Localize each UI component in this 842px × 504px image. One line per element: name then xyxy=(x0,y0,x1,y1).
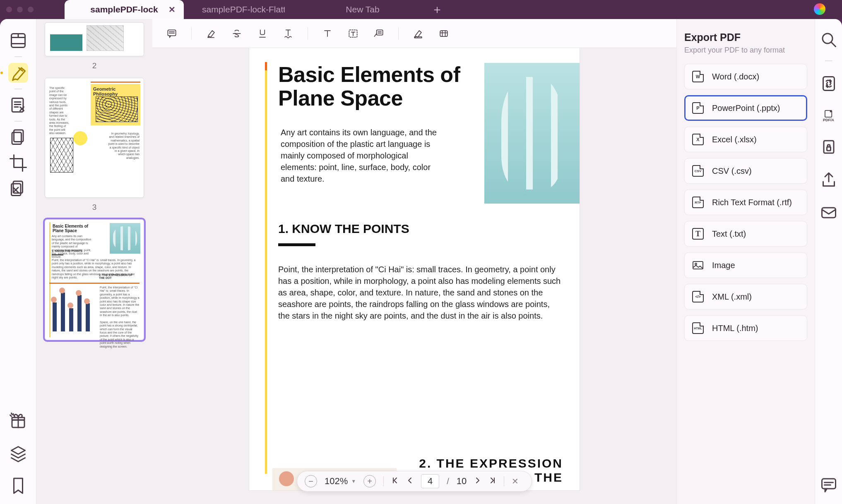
page-total: 10 xyxy=(457,476,467,487)
underline-icon[interactable] xyxy=(255,26,269,41)
svg-rect-11 xyxy=(440,31,447,36)
annotation-toolbar xyxy=(152,19,676,48)
text-tool-icon[interactable] xyxy=(320,26,334,41)
secure-icon[interactable] xyxy=(819,138,839,158)
next-page-icon[interactable] xyxy=(474,477,481,486)
page-number-input[interactable] xyxy=(421,474,439,488)
thumbnails-tool-icon[interactable] xyxy=(8,31,28,50)
export-format-html[interactable]: HTML HTML (.htm) xyxy=(684,315,807,341)
zoom-out-button[interactable]: − xyxy=(305,475,317,487)
squiggle-underline-icon[interactable] xyxy=(281,26,295,41)
export-format-image[interactable]: Image xyxy=(684,252,807,278)
pdfa-icon[interactable]: PDF/A xyxy=(819,106,839,126)
export-format-xml[interactable]: </> XML (.xml) xyxy=(684,284,807,310)
text-box-tool-icon[interactable] xyxy=(346,26,360,41)
window-controls[interactable] xyxy=(6,7,34,12)
note-tool-icon[interactable] xyxy=(165,26,179,41)
search-icon[interactable] xyxy=(819,30,839,50)
thumbnail-number: 2 xyxy=(45,61,144,70)
chevron-down-icon: ▼ xyxy=(351,478,356,484)
tab-active[interactable]: samplePDF-lock ✕ xyxy=(65,0,184,19)
svg-point-13 xyxy=(695,263,697,265)
format-label: Rich Text Format (.rtf) xyxy=(712,198,792,207)
tabs-bar: samplePDF-lock ✕ samplePDF-lock-Flatten … xyxy=(0,0,842,19)
thumbnail-number: 3 xyxy=(45,203,144,212)
window-close[interactable] xyxy=(6,7,12,12)
export-format-rtf[interactable]: RTF Rich Text Format (.rtf) xyxy=(684,190,807,215)
separator xyxy=(383,476,384,486)
edit-text-tool-icon[interactable] xyxy=(8,95,28,115)
right-toolbar: PDF/A xyxy=(815,19,842,504)
svg-rect-9 xyxy=(377,30,383,35)
tab[interactable]: samplePDF-lock-Flatten xyxy=(184,0,303,19)
close-nav-icon[interactable]: ✕ xyxy=(512,476,519,486)
link-tool-icon[interactable] xyxy=(437,26,451,41)
text-file-icon: T xyxy=(692,228,704,240)
export-format-csv[interactable]: CSV CSV (.csv) xyxy=(684,158,807,184)
xml-file-icon: </> xyxy=(692,291,704,302)
document-area: Basic Elements of Plane Space Any art co… xyxy=(152,19,676,504)
thumb-title-2: Plane Space xyxy=(53,228,77,233)
last-page-icon[interactable] xyxy=(489,477,496,486)
zoom-value: 102% xyxy=(325,476,348,487)
zoom-in-button[interactable]: + xyxy=(363,475,376,487)
tab-label: New Tab xyxy=(346,5,379,14)
tab-close-icon[interactable]: ✕ xyxy=(168,5,176,14)
export-format-word[interactable]: W Word (.docx) xyxy=(684,64,807,89)
prev-page-icon[interactable] xyxy=(406,477,414,486)
layers-icon[interactable] xyxy=(8,444,28,463)
thumbnail-page[interactable] xyxy=(45,22,144,56)
brand-logo-icon[interactable] xyxy=(814,3,825,15)
page-image xyxy=(484,63,580,204)
page-tool-icon[interactable] xyxy=(8,127,28,147)
thumbnail-page-selected[interactable]: Basic Elements ofPlane Space Any art con… xyxy=(45,219,144,340)
thumbnails-panel[interactable]: 2 Geometric Philosophy The specific poin… xyxy=(36,19,152,504)
tab-label: samplePDF-lock-Flatten xyxy=(202,5,285,14)
heading-rule xyxy=(278,243,315,246)
format-label: PowerPoint (.pptx) xyxy=(712,103,780,113)
pdfa-label: PDF/A xyxy=(823,118,834,122)
section-heading-1: 1. KNOW THE POINTS xyxy=(278,222,563,236)
window-minimize[interactable] xyxy=(17,7,23,12)
page-sep: / xyxy=(447,477,449,486)
separator xyxy=(398,27,399,40)
export-format-text[interactable]: T Text (.txt) xyxy=(684,221,807,247)
format-label: CSV (.csv) xyxy=(712,166,752,176)
title-line-1: Basic Elements of xyxy=(278,62,460,86)
powerpoint-file-icon: P xyxy=(692,102,704,114)
separator xyxy=(308,27,308,40)
bookmark-icon[interactable] xyxy=(8,476,28,496)
html-file-icon: HTML xyxy=(692,322,704,334)
first-page-icon[interactable] xyxy=(391,477,399,486)
thumbnail-page[interactable]: Geometric Philosophy The specific point … xyxy=(45,78,144,198)
separator xyxy=(504,476,504,486)
strikethrough-icon[interactable] xyxy=(230,26,244,41)
export-format-powerpoint[interactable]: P PowerPoint (.pptx) xyxy=(684,95,807,121)
crop-tool-icon[interactable] xyxy=(8,153,28,173)
highlighter-tool-icon[interactable] xyxy=(8,63,28,83)
window-zoom[interactable] xyxy=(28,7,34,12)
separator xyxy=(14,56,22,57)
gift-icon[interactable] xyxy=(8,411,28,431)
svg-rect-20 xyxy=(822,479,835,489)
mail-icon[interactable] xyxy=(819,203,839,223)
callout-tool-icon[interactable] xyxy=(372,26,386,41)
convert-icon[interactable] xyxy=(819,74,839,94)
separator xyxy=(14,89,22,89)
export-panel: Export PDF Export your PDF to any format… xyxy=(676,19,815,504)
share-icon[interactable] xyxy=(819,170,839,190)
export-format-excel[interactable]: X Excel (.xlsx) xyxy=(684,127,807,152)
comment-panel-icon[interactable] xyxy=(819,475,839,495)
thumb3-header: Geometric Philosophy xyxy=(93,86,138,96)
highlight-text-icon[interactable] xyxy=(204,26,218,41)
body-paragraph: Point, the interpretation of "Ci Hai" is… xyxy=(278,264,563,322)
tab[interactable]: New Tab xyxy=(303,0,422,19)
redact-tool-icon[interactable] xyxy=(8,179,28,199)
separator xyxy=(14,121,22,122)
format-label: XML (.xml) xyxy=(712,292,752,302)
page-view[interactable]: Basic Elements of Plane Space Any art co… xyxy=(249,48,580,491)
app-window: samplePDF-lock ✕ samplePDF-lock-Flatten … xyxy=(0,0,842,504)
highlight-area-icon[interactable] xyxy=(411,26,425,41)
new-tab-button[interactable]: ＋ xyxy=(431,2,443,17)
zoom-level[interactable]: 102% ▼ xyxy=(325,476,356,487)
